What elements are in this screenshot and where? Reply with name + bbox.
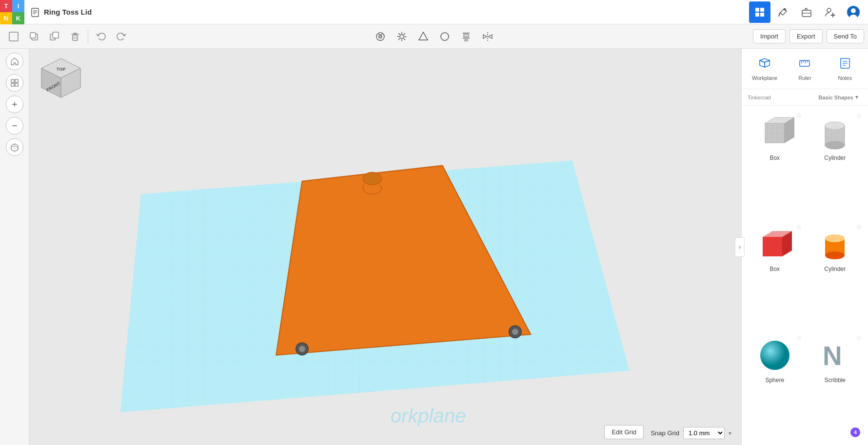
camera-btn[interactable] [371, 27, 390, 46]
svg-marker-46 [489, 35, 492, 39]
add-user-btn[interactable] [819, 1, 841, 23]
ruler-icon [798, 57, 811, 73]
svg-line-36 [404, 33, 405, 34]
grid-icon [754, 7, 765, 18]
star-cylinder-grey[interactable]: ☆ [856, 112, 862, 119]
logo-k: K [12, 12, 24, 24]
import-btn[interactable]: Import [753, 29, 786, 43]
shapes-dropdown[interactable]: Basic Shapes ▾ [814, 92, 862, 102]
workplane-svg [758, 57, 771, 70]
topbar-right [749, 1, 868, 23]
cylinder-orange-label: Cylinder [824, 266, 846, 272]
light-btn[interactable] [392, 27, 412, 46]
notes-icon [838, 57, 852, 73]
svg-rect-4 [755, 8, 759, 12]
svg-rect-5 [760, 8, 764, 12]
workplane-icon [758, 57, 771, 73]
svg-marker-65 [760, 60, 765, 67]
mirror-btn[interactable] [478, 27, 497, 46]
shape-btn[interactable] [414, 27, 433, 46]
svg-point-99 [825, 252, 845, 259]
redo-btn[interactable] [112, 27, 131, 46]
circle-btn[interactable] [435, 27, 454, 46]
left-panel [0, 49, 29, 445]
align-btn[interactable] [456, 27, 476, 46]
panel-tools: Workplane Ruler [742, 49, 868, 89]
hide-btn[interactable] [4, 27, 23, 46]
ruler-svg [798, 57, 811, 70]
star-scribble[interactable]: ☆ [856, 334, 862, 342]
grid-lines [79, 49, 702, 445]
mirror-icon [482, 31, 493, 42]
canvas-area[interactable]: TOP FRONT [29, 49, 741, 445]
document-icon [30, 7, 40, 17]
svg-rect-48 [15, 79, 18, 82]
project-name: Ring Toss Lid [24, 7, 98, 17]
grid-view-btn[interactable] [749, 1, 770, 23]
screw-bl-inner [299, 346, 305, 352]
home-btn[interactable] [6, 53, 23, 70]
fit-btn[interactable] [6, 74, 23, 92]
zoom-out-icon [10, 121, 19, 130]
ruler-tool-btn[interactable]: Ruler [786, 53, 824, 85]
sphere-teal-shape [755, 336, 794, 375]
zoom-out-btn[interactable] [6, 117, 23, 135]
star-cylinder-orange[interactable]: ☆ [856, 223, 862, 231]
snap-grid-select[interactable]: 1.0 mm 0.1 mm 0.5 mm 2.0 mm 5.0 mm 10.0 … [683, 427, 725, 439]
logo-i: I [12, 0, 24, 12]
workplane-bg [120, 160, 630, 412]
svg-line-57 [15, 146, 18, 148]
shape-item-scribble[interactable]: ☆ N Scribble 4 [806, 332, 865, 441]
cylinder-grey-shape [815, 114, 854, 153]
svg-rect-19 [30, 33, 36, 38]
ruler-label: Ruler [798, 75, 811, 81]
shape-item-cylinder-orange[interactable]: ☆ Cylinder [806, 221, 865, 330]
scribble-shape: N [815, 336, 854, 375]
copy-btn[interactable] [24, 27, 44, 46]
svg-rect-41 [464, 35, 469, 37]
build-btn[interactable] [772, 1, 794, 23]
collapse-panel-btn[interactable]: › [735, 237, 745, 257]
svg-marker-62 [120, 160, 630, 412]
toolbar-right: Import Export Send To [753, 29, 864, 43]
svg-rect-22 [73, 35, 78, 40]
shape-item-sphere-teal[interactable]: ☆ Sphere [746, 332, 804, 441]
export-btn[interactable]: Export [789, 29, 823, 43]
shape-icon [418, 31, 429, 42]
undo-btn[interactable] [91, 27, 111, 46]
top-label: TOP [57, 67, 65, 72]
star-box-red[interactable]: ☆ [796, 223, 802, 231]
svg-rect-47 [11, 79, 14, 82]
shape-item-cylinder-grey[interactable]: ☆ Cylinder [806, 110, 865, 219]
svg-marker-94 [763, 237, 782, 256]
projects-btn[interactable] [796, 1, 817, 23]
star-box-grey[interactable]: ☆ [796, 112, 802, 119]
category-brand: Tinkercad [748, 95, 771, 100]
svg-point-39 [441, 33, 449, 40]
avatar-btn[interactable] [843, 1, 864, 23]
iso-icon [10, 143, 19, 152]
orient-cube-svg: TOP FRONT [34, 54, 88, 112]
scribble-badge: 4 [850, 427, 860, 437]
send-to-btn[interactable]: Send To [827, 29, 864, 43]
svg-line-34 [399, 33, 400, 34]
svg-rect-17 [9, 32, 18, 41]
logo-t: T [0, 0, 12, 12]
iso-btn[interactable] [6, 138, 23, 156]
shape-item-box-grey[interactable]: ☆ Box [746, 110, 804, 219]
zoom-in-icon [10, 100, 19, 109]
star-sphere-teal[interactable]: ☆ [796, 334, 802, 342]
workplane-tool-btn[interactable]: Workplane [746, 53, 784, 85]
notes-tool-btn[interactable]: Notes [826, 53, 864, 85]
svg-point-100 [760, 341, 789, 370]
pin-top-top [363, 173, 381, 185]
svg-marker-66 [765, 60, 769, 67]
delete-btn[interactable] [65, 27, 85, 46]
right-panel: › Workplane [741, 49, 868, 445]
duplicate-btn[interactable] [45, 27, 64, 46]
edit-grid-btn[interactable]: Edit Grid [604, 425, 644, 439]
box-red-shape [755, 225, 794, 264]
zoom-in-btn[interactable] [6, 96, 23, 113]
shape-item-box-red[interactable]: ☆ Box [746, 221, 804, 330]
box-red-label: Box [769, 266, 780, 272]
